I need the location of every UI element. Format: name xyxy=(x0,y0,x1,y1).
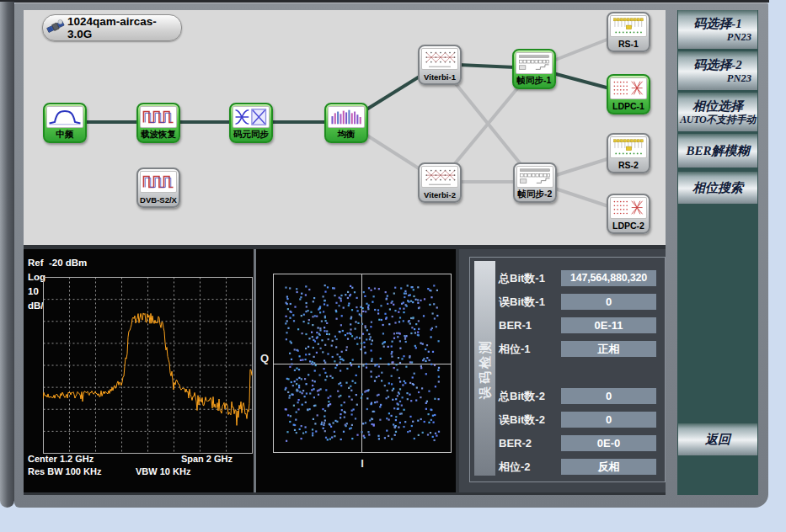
node-label: 码元同步 xyxy=(233,128,269,141)
node-carrier-recovery[interactable]: 载波恢复 xyxy=(136,103,180,143)
rbw-label: Res BW 100 KHz xyxy=(28,466,101,476)
q-axis-label: Q xyxy=(260,352,269,364)
button-label: BER解模糊 xyxy=(686,143,749,158)
stat-label-total-bits-2: 总Bit数-2 xyxy=(499,388,545,404)
button-sublabel: PN23 xyxy=(727,31,757,44)
node-label: DVB-S2/X xyxy=(140,193,177,206)
stat-label-phase-2: 相位-2 xyxy=(499,459,531,475)
equalizer-bars-icon xyxy=(328,106,365,128)
node-viterbi-2[interactable]: Viterbi-2 xyxy=(418,162,462,203)
node-frame-sync-2[interactable]: 帧同步-2 xyxy=(513,162,557,203)
node-label: 帧同步-2 xyxy=(518,188,553,201)
button-label: 码选择-1 xyxy=(693,16,742,31)
node-label: LDPC-2 xyxy=(612,219,644,232)
node-symbol-sync[interactable]: 码元同步 xyxy=(229,103,273,143)
stat-label-error-bits-1: 误Bit数-1 xyxy=(499,294,545,310)
node-label: Viterbi-2 xyxy=(424,188,456,201)
center-freq-label: Center 1.2 GHz xyxy=(28,454,94,464)
frame-sync-icon xyxy=(516,166,553,188)
ref-label: Ref xyxy=(28,258,44,268)
stat-label-ber-2: BER-2 xyxy=(499,435,532,451)
button-sublabel: PN23 xyxy=(727,72,757,85)
node-label: RS-2 xyxy=(618,158,639,172)
stat-label-phase-1: 相位-1 xyxy=(499,341,531,357)
square-wave-icon xyxy=(140,171,177,193)
app-page: 中频载波恢复DVB-S2/X码元同步均衡Viterbi-1Viterbi-2帧同… xyxy=(0,0,786,532)
node-equalizer[interactable]: 均衡 xyxy=(324,103,368,143)
app-window: 中频载波恢复DVB-S2/X码元同步均衡Viterbi-1Viterbi-2帧同… xyxy=(14,3,768,508)
i-axis-label: I xyxy=(273,457,452,470)
spectrum-panel: Ref -20 dBm Log 10 dB/ Center 1.2 GHz Sp… xyxy=(24,249,254,492)
stat-value-ber-1: 0E-11 xyxy=(561,317,656,333)
sidebar-button-code-select-2[interactable]: 码选择-2PN23 xyxy=(678,51,757,90)
error-detection-side-strip: 误码检测 xyxy=(474,261,495,476)
eye-diagram-icon xyxy=(233,106,270,128)
constellation-panel: Q I xyxy=(256,249,456,492)
bottom-section: Ref -20 dBm Log 10 dB/ Center 1.2 GHz Sp… xyxy=(24,245,666,495)
back-button-label: 返回 xyxy=(705,432,730,447)
stat-label-total-bits-1: 总Bit数-1 xyxy=(499,270,545,286)
ref-value: -20 dBm xyxy=(49,258,87,268)
spectrum-plot xyxy=(43,277,253,454)
vbw-label: VBW 10 KHz xyxy=(136,466,190,476)
square-wave-icon xyxy=(140,106,177,128)
node-ldpc-2[interactable]: LDPC-2 xyxy=(607,194,650,234)
node-label: 帧同步-1 xyxy=(517,74,552,88)
node-frame-sync-1[interactable]: 帧同步-1 xyxy=(512,49,556,89)
constellation-plot xyxy=(273,274,452,453)
button-label: 相位搜索 xyxy=(692,180,743,195)
stat-value-phase-1: 正相 xyxy=(561,341,656,357)
frame-sync-icon xyxy=(516,52,553,74)
if-band-icon xyxy=(46,106,83,128)
node-label: 载波恢复 xyxy=(141,128,176,141)
trellis-icon xyxy=(421,166,458,188)
stat-value-phase-2: 反相 xyxy=(561,459,656,475)
error-detection-panel: 误码检测 总Bit数-1147,564,880,320误Bit数-10BER-1… xyxy=(459,249,666,492)
main-content: 中频载波恢复DVB-S2/X码元同步均衡Viterbi-1Viterbi-2帧同… xyxy=(24,10,666,495)
error-detection-title: 误码检测 xyxy=(477,338,493,399)
flow-diagram: 中频载波恢复DVB-S2/X码元同步均衡Viterbi-1Viterbi-2帧同… xyxy=(24,10,666,245)
sidebar: 码选择-1PN23码选择-2PN23相位选择AUTO不支持手动BER解模糊相位搜… xyxy=(677,10,758,495)
span-label: Span 2 GHz xyxy=(150,454,233,464)
node-label: RS-1 xyxy=(618,37,639,51)
rs-encoder-icon xyxy=(610,15,647,37)
node-label: Viterbi-1 xyxy=(424,70,456,83)
button-label: 相位选择 xyxy=(692,98,743,114)
node-rs-2[interactable]: RS-2 xyxy=(607,133,650,173)
ldpc-graph-icon xyxy=(610,197,647,219)
sidebar-button-phase-search[interactable]: 相位搜索 xyxy=(678,172,757,204)
stat-value-error-bits-1: 0 xyxy=(561,294,656,310)
sidebar-button-code-select-1[interactable]: 码选择-1PN23 xyxy=(678,10,757,49)
stat-value-ber-2: 0E-0 xyxy=(561,435,656,451)
sidebar-button-phase-select[interactable]: 相位选择AUTO不支持手动 xyxy=(678,93,757,131)
button-sublabel: AUTO不支持手动 xyxy=(680,114,756,126)
button-label: 码选择-2 xyxy=(693,57,742,72)
stat-value-error-bits-2: 0 xyxy=(561,412,656,428)
stat-label-error-bits-2: 误Bit数-2 xyxy=(499,412,545,428)
trellis-icon xyxy=(421,48,458,70)
node-viterbi-1[interactable]: Viterbi-1 xyxy=(418,45,462,85)
node-rs-1[interactable]: RS-1 xyxy=(607,12,650,52)
node-ldpc-1[interactable]: LDPC-1 xyxy=(607,74,650,114)
sidebar-button-back[interactable]: 返回 xyxy=(678,423,757,455)
rs-encoder-icon xyxy=(610,136,647,158)
node-if[interactable]: 中频 xyxy=(43,103,87,143)
left-edge-bar xyxy=(0,2,14,508)
sidebar-button-ber-deambiguity[interactable]: BER解模糊 xyxy=(678,134,757,168)
ldpc-graph-icon xyxy=(610,77,647,99)
node-label: 中频 xyxy=(56,128,74,141)
stat-value-total-bits-2: 0 xyxy=(561,388,656,404)
stat-label-ber-1: BER-1 xyxy=(499,317,532,333)
node-label: LDPC-1 xyxy=(612,99,644,113)
node-label: 均衡 xyxy=(338,128,356,141)
stat-value-total-bits-1: 147,564,880,320 xyxy=(561,270,656,286)
node-dvb-s2x[interactable]: DVB-S2/X xyxy=(136,168,180,208)
